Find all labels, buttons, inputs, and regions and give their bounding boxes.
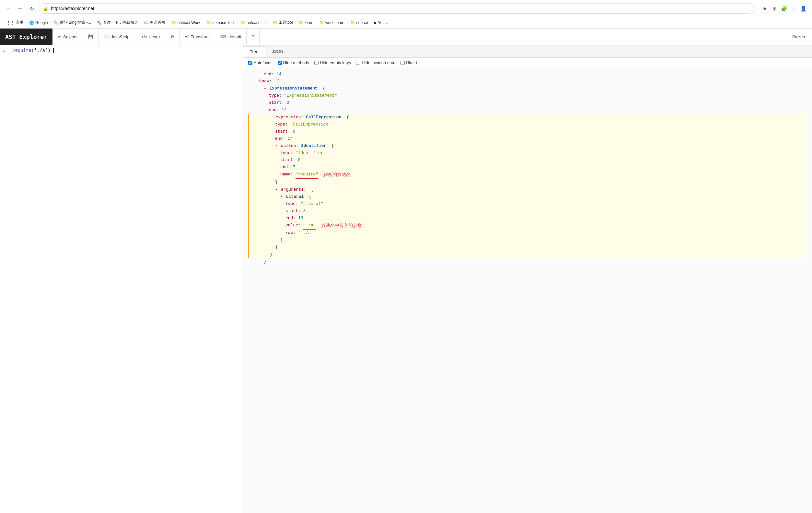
bookmark-youtube[interactable]: ▶ You... [371,20,390,26]
hide-location-checkbox[interactable] [356,61,360,65]
browser-chrome: ← → ↻ 🔒 https://astexplorer.net ★ ⊞ 🧩 ⋮ … [0,0,812,29]
hide-location-label: Hide location data [361,60,395,65]
bookmark-bing[interactable]: 🔍 微软 Bing 搜索 -... [51,19,94,26]
tree-type-exprstmt: type: "ExpressionStatement" [248,92,807,99]
tree-expression-call: - expression: CallExpression { [249,114,807,121]
tree-name-require: name: "require" 解析的方法名 [249,171,807,179]
option-hide-t[interactable]: Hide t [401,60,417,65]
option-hide-empty[interactable]: Hide empty keys [314,60,351,65]
identifier-type: Identifier [301,143,326,148]
tab-tree[interactable]: Tree [243,46,265,57]
ast-explorer-app: AST Explorer ✏ Snippet 💾 JS JavaScript <… [0,29,812,513]
tab-label: JavaScript [111,34,130,39]
tab-save[interactable]: 💾 [83,29,99,45]
bookmark-label: Google [35,21,48,25]
bookmark-learn[interactable]: 📁 learn [296,20,316,26]
js-icon: JS [104,34,109,39]
bookmark-label: 工具tool [279,20,293,25]
bookmark-neteasetool[interactable]: 📁 netease_tool [203,20,237,26]
url-text: https://astexplorer.net [51,6,94,11]
back-button[interactable]: ← [4,4,13,13]
bookmark-star-button[interactable]: ★ [760,4,769,13]
bookmark-source[interactable]: 📁 source [348,20,371,26]
tree-close-callee: } [249,179,807,186]
tab-javascript[interactable]: JS JavaScript [99,29,136,45]
tree-type-identifier: type: "Identifier" [249,150,807,157]
header-tabs: ✏ Snippet 💾 JS JavaScript </> acorn ⚙ ⟲ … [53,29,787,45]
tab-settings[interactable]: ⚙ [165,29,180,45]
bookmark-label: You... [378,21,388,25]
lock-icon: 🔒 [43,6,48,11]
tree-literal: - Literal { [249,193,807,200]
literal-type: Literal [286,194,304,199]
qr-code-button[interactable]: ⊞ [770,4,779,13]
tab-help[interactable]: ? [246,29,260,45]
save-icon: 💾 [88,34,93,39]
hide-methods-checkbox[interactable] [278,61,282,65]
more-button[interactable]: ⋮ [789,4,799,13]
bookmark-apps[interactable]: ⋮⋮ 应用 [4,19,26,26]
tab-default[interactable]: ⌨ default [215,29,246,45]
settings-icon: ⚙ [170,34,174,39]
option-autofocus[interactable]: Autofocus [248,60,272,65]
option-hide-methods[interactable]: Hide methods [278,60,309,65]
bookmark-label: 有道首页 [150,20,166,25]
main-content: 1 require('./a') Tree JSON [0,46,812,513]
options-bar: Autofocus Hide methods Hide empty keys H… [243,58,812,68]
bookmark-tool[interactable]: 📁 工具tool [270,19,295,26]
collapse-call-expr[interactable]: - [270,115,272,120]
call-expr-type: CallExpression [306,115,341,120]
bookmark-google[interactable]: 🌐 Google [27,20,51,26]
hide-t-label: Hide t [406,60,417,65]
code-editor[interactable]: 1 require('./a') [0,46,243,513]
code-paren-close: ) [48,48,50,53]
collapse-callee[interactable]: - [275,143,278,148]
tree-end-13: end: 13 [249,215,807,222]
code-keyword: require [12,48,31,53]
youtube-icon: ▶ [374,21,377,25]
app-title: AST Explorer [5,33,47,40]
folder-icon: 📁 [319,21,324,25]
autofocus-checkbox[interactable] [248,61,253,65]
bookmark-baidu[interactable]: 🐾 百度一下，你就知道 [94,19,141,26]
name-value: "require" [295,171,318,179]
collapse-args[interactable]: - [275,187,278,192]
tree-close-args: ] [249,244,807,251]
profile-button[interactable]: 👤 [799,4,808,13]
bookmark-label: work_learn [325,21,344,25]
bookmark-neteasework[interactable]: 📁 neteaseWork [169,20,203,26]
ast-panel: Tree JSON Autofocus Hide methods [243,46,812,513]
tab-transform[interactable]: ⟲ Transform [180,29,215,45]
forward-button[interactable]: → [16,4,25,13]
hide-empty-label: Hide empty keys [320,60,351,65]
address-bar[interactable]: 🔒 https://astexplorer.net [39,3,755,14]
bookmark-worklearn[interactable]: 📁 work_learn [317,20,347,26]
tree-start-0c: start: 0 [249,157,807,164]
option-hide-location[interactable]: Hide location data [356,60,395,65]
ast-tree[interactable]: end: 14 - body: [ - ExpressionStatement … [243,68,812,513]
value-literal: "./a" [303,222,316,230]
tab-json[interactable]: JSON [265,46,290,57]
folder-icon: 📁 [298,21,303,25]
collapse-expr-stmt[interactable]: - [264,86,266,91]
bookmark-label: source [356,21,368,25]
tab-acorn[interactable]: </> acorn [136,29,165,45]
tree-end-14c: end: 14 [249,135,807,142]
tree-value-literal: value: "./a" 方法名中传入的参数 [249,222,807,230]
collapse-body[interactable]: - [253,79,256,84]
autofocus-label: Autofocus [254,60,272,65]
bookmark-youdao[interactable]: 📖 有道首页 [141,19,168,26]
keyboard-icon: ⌨ [220,34,227,39]
bookmark-label: 微软 Bing 搜索 -... [60,20,91,25]
tree-body: - body: [ [248,78,807,85]
refresh-button[interactable]: ↻ [27,4,36,13]
hide-t-checkbox[interactable] [401,61,405,65]
tab-snippet[interactable]: ✏ Snippet [53,29,83,45]
code-string: './a' [34,48,48,53]
extension-button[interactable]: 🧩 [780,4,789,13]
collapse-literal[interactable]: - [280,194,283,199]
hide-empty-checkbox[interactable] [314,61,319,65]
tree-raw-literal: raw: "'./a'" [249,230,807,237]
bookmark-label: 百度一下，你就知道 [103,20,138,25]
bookmark-neteaselife[interactable]: 📁 neteaseLife [238,20,269,26]
